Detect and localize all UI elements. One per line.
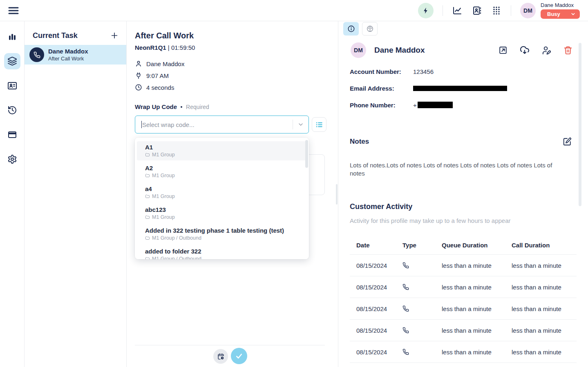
brain-icon bbox=[366, 25, 374, 33]
footer-divider bbox=[135, 345, 325, 345]
activity-table: Date Type Queue Duration Call Duration 0… bbox=[350, 236, 577, 363]
task-avatar bbox=[29, 47, 44, 62]
phone-icon bbox=[402, 284, 442, 290]
hamburger-icon bbox=[8, 7, 19, 15]
table-row[interactable]: 08/15/2024 less than a minute less than … bbox=[350, 341, 577, 363]
wrap-up-label: Wrap Up Code bbox=[135, 103, 177, 110]
browse-wrap-codes-button[interactable] bbox=[312, 117, 326, 132]
required-dot bbox=[181, 106, 182, 108]
open-external-button[interactable] bbox=[499, 46, 508, 55]
table-row[interactable]: 08/15/2024 less than a minute less than … bbox=[350, 320, 577, 341]
wrap-code-option[interactable]: a4 M1 Group bbox=[137, 183, 307, 202]
user-cluster: DM Dane Maddox Busy bbox=[520, 2, 580, 19]
column-header-date: Date bbox=[356, 242, 402, 249]
nav-rail bbox=[0, 21, 25, 367]
wrap-code-dropdown: A1 M1 Group A2 M1 Group a4 M1 Group abc1… bbox=[135, 138, 309, 259]
notes-body: Lots of notes.Lots of notes Lots of note… bbox=[350, 161, 568, 178]
wrap-code-select[interactable]: Select wrap code... bbox=[135, 116, 309, 133]
notes-title: Notes bbox=[350, 138, 369, 146]
current-task-title: Current Task bbox=[33, 31, 78, 40]
wrap-code-option[interactable]: A2 M1 Group bbox=[137, 162, 307, 181]
complete-task-button[interactable] bbox=[231, 348, 247, 364]
task-list-item[interactable]: Dane Maddox After Call Work bbox=[25, 45, 126, 65]
cell-queue-duration: less than a minute bbox=[442, 305, 512, 312]
tab-insights[interactable] bbox=[362, 22, 378, 36]
top-bar-divider bbox=[443, 5, 443, 16]
status-dropdown[interactable]: Busy bbox=[541, 9, 580, 19]
status-label: Busy bbox=[547, 11, 560, 17]
rail-item-history[interactable] bbox=[4, 102, 20, 118]
wrap-code-option[interactable]: A1 M1 Group bbox=[137, 141, 307, 160]
customer-profile-panel: DM Dane Maddox Account Number: bbox=[338, 21, 588, 367]
tab-info[interactable] bbox=[343, 22, 359, 36]
wrap-code-option[interactable]: Added in 322 testing phase 1 table testi… bbox=[137, 225, 307, 244]
table-row[interactable]: 08/15/2024 less than a minute less than … bbox=[350, 298, 577, 320]
table-header-row: Date Type Queue Duration Call Duration bbox=[350, 236, 577, 255]
wrap-code-option[interactable]: added to folder 322 M1 Group / Outbound bbox=[137, 245, 307, 259]
cell-call-duration: less than a minute bbox=[512, 327, 577, 334]
delete-contact-button[interactable] bbox=[563, 46, 572, 55]
dialpad-button[interactable] bbox=[491, 5, 502, 16]
avatar[interactable]: DM bbox=[520, 3, 536, 18]
meta-duration: 4 seconds bbox=[146, 84, 174, 91]
edit-contact-button[interactable] bbox=[542, 46, 551, 55]
schedule-button[interactable] bbox=[213, 349, 228, 364]
bar-chart-icon bbox=[7, 32, 17, 42]
profile-actions bbox=[499, 45, 572, 55]
plug-icon bbox=[135, 72, 142, 79]
list-icon bbox=[315, 121, 323, 129]
add-task-button[interactable] bbox=[109, 30, 120, 41]
folder-icon bbox=[145, 194, 150, 199]
phone-icon bbox=[402, 262, 442, 269]
option-group: M1 Group / Outbound bbox=[152, 235, 201, 241]
page-title: After Call Work bbox=[135, 31, 194, 40]
dropdown-scrollbar[interactable] bbox=[305, 140, 308, 168]
field-email: Email Address: bbox=[350, 84, 507, 92]
profile-fields: Account Number: 123456 Email Address: Ph… bbox=[350, 67, 507, 118]
field-value: 123456 bbox=[413, 68, 434, 75]
panel-scrollbar[interactable] bbox=[336, 184, 338, 205]
customer-name: Dane Maddox bbox=[374, 46, 425, 55]
chevron-down-icon[interactable] bbox=[293, 121, 309, 128]
option-label: a4 bbox=[145, 185, 300, 192]
cell-call-duration: less than a minute bbox=[512, 284, 577, 291]
cell-queue-duration: less than a minute bbox=[442, 284, 512, 291]
option-group: M1 Group bbox=[152, 214, 175, 220]
wrap-code-option[interactable]: abc123 M1 Group bbox=[137, 204, 307, 223]
column-header-call-duration: Call Duration bbox=[512, 242, 577, 249]
contacts-button[interactable] bbox=[472, 5, 482, 16]
rail-item-analytics[interactable] bbox=[4, 29, 20, 45]
rail-item-tasks[interactable] bbox=[4, 53, 20, 69]
info-icon bbox=[347, 25, 355, 33]
campaign-timer: NeonR1Q1 | 01:59:50 bbox=[135, 44, 195, 51]
option-group: M1 Group / Outbound bbox=[152, 256, 201, 259]
download-profile-button[interactable] bbox=[520, 45, 530, 55]
gear-icon bbox=[7, 154, 17, 164]
hamburger-menu-button[interactable] bbox=[7, 4, 20, 18]
table-row[interactable]: 08/15/2024 less than a minute less than … bbox=[350, 255, 577, 276]
option-group: M1 Group bbox=[152, 173, 175, 178]
edit-notes-button[interactable] bbox=[563, 137, 572, 146]
cell-queue-duration: less than a minute bbox=[442, 327, 512, 334]
contact-book-icon bbox=[472, 6, 482, 16]
analytics-button[interactable] bbox=[452, 5, 463, 16]
layers-icon bbox=[7, 56, 17, 66]
phone-prefix: + bbox=[413, 102, 417, 109]
quick-actions-button[interactable] bbox=[418, 3, 434, 18]
rail-item-settings[interactable] bbox=[4, 151, 20, 167]
text-caret bbox=[141, 121, 142, 128]
cell-queue-duration: less than a minute bbox=[442, 349, 512, 356]
top-bar-divider bbox=[511, 5, 511, 16]
agent-desktop: DM Dane Maddox Busy bbox=[0, 0, 588, 367]
wrap-code-placeholder: Select wrap code... bbox=[142, 121, 195, 128]
campaign-name: NeonR1Q1 bbox=[135, 44, 166, 51]
panel-scrollbar[interactable] bbox=[579, 43, 581, 206]
table-row[interactable]: 08/15/2024 less than a minute less than … bbox=[350, 276, 577, 298]
rail-item-contacts[interactable] bbox=[4, 78, 20, 94]
dialpad-icon bbox=[492, 6, 501, 16]
task-state-label: After Call Work bbox=[48, 56, 88, 62]
rail-item-browser[interactable] bbox=[4, 127, 20, 143]
notes-header: Notes bbox=[350, 137, 572, 146]
option-label: A2 bbox=[145, 165, 300, 171]
history-icon bbox=[7, 105, 17, 115]
